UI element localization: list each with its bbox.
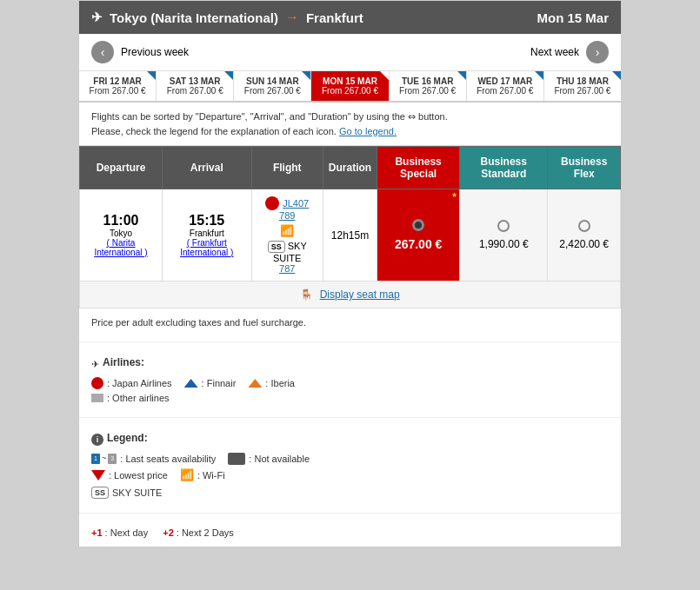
date-tab-mon15[interactable]: MON 15 MAR From 267.00 € (311, 71, 389, 101)
date-tab-sat13[interactable]: SAT 13 MAR From 267.00 € (157, 71, 234, 101)
finnair-label: : Finnair (202, 378, 237, 388)
departure-time: 11:00 (85, 213, 157, 229)
iberia-label: : Iberia (265, 378, 295, 388)
footer-note-section: Price per adult excluding taxes and fuel… (79, 308, 621, 336)
date-tab-tue16[interactable]: TUE 16 MAR From 267.00 € (390, 71, 467, 101)
prev-week-label: Previous week (121, 46, 189, 58)
duration-cell: 12h15m (323, 189, 377, 282)
best-price-star: ★ (451, 191, 457, 199)
legend-notavail: : Not available (228, 453, 310, 465)
wifi-icon: 📶 (280, 224, 294, 237)
sky-suite-badge: SS (268, 241, 285, 253)
selected-radio-dot (383, 219, 454, 234)
price-standard-cell[interactable]: 1,990.00 € (460, 189, 548, 282)
day-label-mon15: MON 15 MAR (315, 76, 384, 86)
date-tab-sun14[interactable]: SUN 14 MAR From 267.00 € (234, 71, 311, 101)
corner-mark-sun14 (302, 71, 310, 80)
corner-mark-sat13 (224, 71, 233, 80)
notavail-label: : Not available (249, 454, 310, 464)
jal-icon (91, 377, 103, 389)
seats-icons: 1 ~ 3 (91, 454, 117, 464)
arrival-cell: 15:15 Frankfurt ( Frankfurt Internationa… (162, 189, 251, 282)
sky-suite-row: SS SKY SUITE (257, 241, 317, 263)
day-label-tue16: TUE 16 MAR (393, 76, 463, 86)
date-tab-fri12[interactable]: FRI 12 MAR From 267.00 € (79, 71, 157, 101)
arrival-airport-link[interactable]: ( Frankfurt International ) (180, 238, 233, 257)
corner-mark-mon15 (380, 71, 389, 80)
plus1-text: : Next day (105, 527, 149, 538)
price-fri12: From 267.00 € (83, 86, 152, 96)
departure-cell: 11:00 Tokyo ( Narita International ) (80, 189, 163, 282)
footer-note: Price per adult excluding taxes and fuel… (91, 317, 609, 328)
prev-week-group[interactable]: ‹ Previous week (91, 41, 189, 63)
plus2-item: +2 : Next 2 Days (163, 527, 234, 538)
price-thu18: From 267.00 € (548, 86, 617, 96)
sky-suite-legend-label: SKY SUITE (112, 487, 162, 498)
next-week-group[interactable]: Next week › (530, 41, 609, 63)
lowprice-label: : Lowest price (109, 470, 168, 481)
price-special-cell[interactable]: ★ 267.00 € (377, 189, 460, 282)
radio-selected (412, 219, 424, 231)
flight-num2-link[interactable]: 789 (279, 210, 295, 221)
legend-link[interactable]: Go to legend. (339, 126, 397, 136)
origin-label: Tokyo (Narita International) (110, 10, 278, 25)
col-business-special: Business Special (377, 147, 460, 189)
plus1-item: +1 : Next day (91, 527, 148, 538)
flight-num3-link[interactable]: 787 (279, 263, 295, 274)
seats-label: : Last seats availability (120, 454, 216, 464)
legend-list-2: : Lowest price 📶 : Wi-Fi (91, 468, 609, 481)
arrival-time: 15:15 (168, 213, 246, 229)
price-sun14: From 267.00 € (237, 86, 307, 96)
arrival-city: Frankfurt (168, 229, 246, 238)
jal-logo (265, 196, 279, 210)
day-label-sun14: SUN 14 MAR (237, 76, 307, 86)
wifi-label: : Wi-Fi (197, 470, 225, 481)
col-business-standard: Business Standard (460, 147, 548, 189)
other-icon (91, 394, 103, 402)
price-flex-value: 2,420.00 € (553, 238, 615, 250)
info-text-main: Flights can be sorted by "Departure", "A… (91, 111, 448, 122)
plus1-label: +1 (91, 527, 103, 538)
standard-radio (465, 220, 542, 235)
route-header: ✈ Tokyo (Narita International) → Frankfu… (79, 1, 621, 34)
date-tab-wed17[interactable]: WED 17 MAR From 267.00 € (467, 71, 544, 101)
next-week-label: Next week (530, 46, 579, 58)
seat-map-button[interactable]: Display seat map (320, 288, 400, 301)
airline-jal: : Japan Airlines (91, 377, 172, 389)
airline-iberia: : Iberia (248, 378, 295, 388)
flight-info: JL407 (257, 196, 317, 210)
low-price-icon (91, 470, 105, 481)
flight-number[interactable]: JL407 (283, 198, 309, 209)
legend-header: i Legend: (91, 432, 609, 447)
info-text-secondary: Please, check the legend for the explana… (91, 126, 337, 136)
info-line1: Flights can be sorted by "Departure", "A… (91, 109, 609, 124)
not-avail-icon (228, 453, 245, 465)
iberia-icon (248, 379, 262, 388)
next-week-button[interactable]: › (586, 41, 609, 63)
legend-info-icon: i (91, 434, 103, 446)
jal-label: : Japan Airlines (107, 378, 172, 388)
airlines-header: ✈ Airlines: (91, 356, 609, 372)
price-flex-cell[interactable]: 2,420.00 € (548, 189, 621, 282)
airline-other: : Other airlines (91, 393, 609, 403)
table-row: 11:00 Tokyo ( Narita International ) 15:… (80, 189, 621, 282)
departure-airport-link[interactable]: ( Narita International ) (94, 238, 147, 257)
prev-week-button[interactable]: ‹ (91, 41, 114, 63)
date-tab-thu18[interactable]: THU 18 MAR From 267.00 € (544, 71, 621, 101)
airlines-list: : Japan Airlines : Finnair : Iberia (91, 377, 609, 389)
flights-table: Departure Arrival Flight Duration Busine… (79, 146, 621, 308)
plane-icon: ✈ (91, 10, 103, 25)
radio-empty-flex (578, 220, 590, 232)
price-special-value: 267.00 € (383, 237, 454, 251)
nextday-row: +1 : Next day +2 : Next 2 Days (91, 527, 609, 538)
corner-mark-wed17 (535, 71, 543, 80)
wifi-legend-icon: 📶 (180, 468, 194, 481)
airlines-section: ✈ Airlines: : Japan Airlines : Finnair :… (79, 348, 621, 412)
legend-skysuite: SS SKY SUITE (91, 487, 609, 499)
date-tabs: FRI 12 MAR From 267.00 € SAT 13 MAR From… (79, 71, 621, 103)
departure-airport: ( Narita International ) (85, 238, 157, 257)
radio-empty-standard (497, 220, 510, 232)
legend-wifi: 📶 : Wi-Fi (180, 468, 225, 481)
col-business-flex: Business Flex (548, 147, 621, 189)
flex-radio (553, 220, 615, 235)
